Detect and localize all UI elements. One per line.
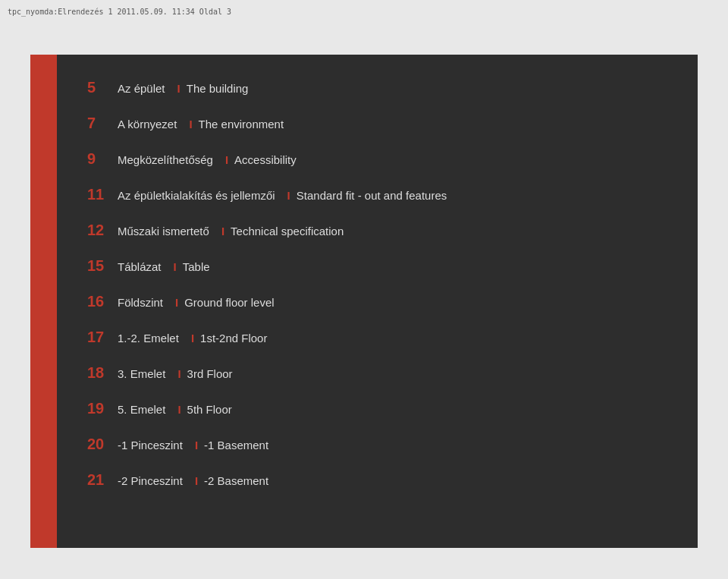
page-number: 12 <box>87 222 118 239</box>
hungarian-title: -2 Pinceszint <box>118 474 183 487</box>
separator: I <box>221 225 224 238</box>
separator: I <box>175 296 178 309</box>
separator: I <box>177 367 180 380</box>
separator: I <box>177 82 180 95</box>
separator: I <box>195 474 198 487</box>
toc-row: 20-1 PinceszintI-1 Basement <box>87 426 667 462</box>
page-number: 17 <box>87 329 118 346</box>
page-number: 21 <box>87 471 118 489</box>
toc-row: 9MegközelíthetőségIAccessibility <box>87 141 667 177</box>
hungarian-title: Megközelíthetőség <box>118 153 213 166</box>
hungarian-title: Műszaki ismertető <box>118 225 209 238</box>
toc-row: 12Műszaki ismertetőITechnical specificat… <box>87 212 667 248</box>
english-title: The environment <box>199 118 284 131</box>
page-number: 16 <box>87 293 118 310</box>
english-title: Technical specification <box>231 225 344 238</box>
toc-row: 171.-2. EmeletI1st-2nd Floor <box>87 319 667 355</box>
separator: I <box>177 403 180 416</box>
page-number: 5 <box>87 79 118 96</box>
hungarian-title: A környezet <box>118 118 177 131</box>
hungarian-title: Az épület <box>118 82 165 95</box>
english-title: Standard fit - out and features <box>297 189 447 202</box>
main-area: 5Az épületIThe building7A környezetIThe … <box>0 23 728 579</box>
hungarian-title: 1.-2. Emelet <box>118 332 179 345</box>
english-title: Table <box>183 260 210 273</box>
separator: I <box>195 439 198 452</box>
toc-row: 195. EmeletI5th Floor <box>87 391 667 426</box>
english-title: Ground floor level <box>184 296 274 309</box>
header-bar: tpc_nyomda:Elrendezés 1 2011.05.09. 11:3… <box>0 0 728 23</box>
separator: I <box>287 189 290 202</box>
page-number: 7 <box>87 115 118 132</box>
hungarian-title: Földszint <box>118 296 163 309</box>
page-number: 18 <box>87 364 118 382</box>
separator: I <box>189 118 192 131</box>
header-text: tpc_nyomda:Elrendezés 1 2011.05.09. 11:3… <box>8 8 231 16</box>
document-page: 5Az épületIThe building7A környezetIThe … <box>30 55 698 548</box>
page-number: 9 <box>87 150 118 168</box>
toc-row: 16FöldszintIGround floor level <box>87 284 667 319</box>
hungarian-title: -1 Pinceszint <box>118 439 183 452</box>
separator: I <box>174 260 177 273</box>
toc-row: 7A környezetIThe environment <box>87 105 667 141</box>
toc-row: 183. EmeletI3rd Floor <box>87 355 667 391</box>
toc-row: 21-2 PinceszintI-2 Basement <box>87 462 667 498</box>
english-title: 5th Floor <box>187 403 232 416</box>
english-title: The building <box>187 82 249 95</box>
hungarian-title: 3. Emelet <box>118 367 165 380</box>
separator: I <box>225 153 228 166</box>
page-number: 11 <box>87 186 118 203</box>
toc-row: 15TáblázatITable <box>87 248 667 284</box>
english-title: 1st-2nd Floor <box>200 332 267 345</box>
separator: I <box>191 332 194 345</box>
hungarian-title: Az épületkialakítás és jellemzői <box>118 189 275 202</box>
red-sidebar <box>30 55 57 548</box>
toc-row: 11Az épületkialakítás és jellemzőiIStand… <box>87 177 667 212</box>
english-title: -2 Basement <box>204 474 268 487</box>
page-number: 19 <box>87 400 118 417</box>
hungarian-title: 5. Emelet <box>118 403 165 416</box>
english-title: -1 Basement <box>204 439 268 452</box>
english-title: Accessibility <box>234 153 297 166</box>
page-number: 20 <box>87 436 118 453</box>
page-number: 15 <box>87 257 118 275</box>
toc-row: 5Az épületIThe building <box>87 70 667 105</box>
toc-content: 5Az épületIThe building7A környezetIThe … <box>57 55 698 548</box>
english-title: 3rd Floor <box>187 367 233 380</box>
hungarian-title: Táblázat <box>118 260 162 273</box>
